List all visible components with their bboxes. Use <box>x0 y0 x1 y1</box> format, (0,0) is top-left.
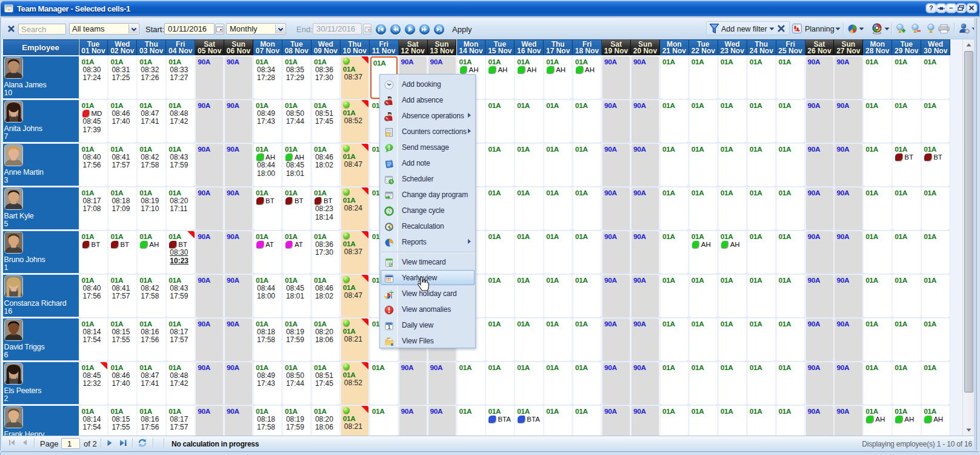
svg-text:1: 1 <box>388 324 391 330</box>
